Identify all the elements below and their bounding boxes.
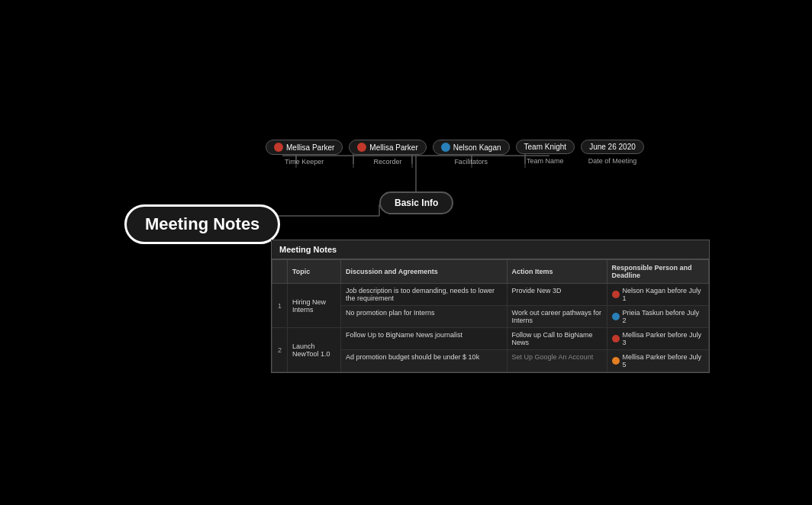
recorder-box: Mellisa Parker xyxy=(349,140,426,155)
timekeeper-name: Mellisa Parker xyxy=(286,143,334,152)
timekeeper-avatar xyxy=(274,143,283,152)
row-num-2: 2 xyxy=(272,328,288,372)
recorder-role: Recorder xyxy=(374,158,402,166)
info-node-facilitators: Nelson Kagan Facilitators xyxy=(433,140,510,166)
meeting-notes-text: Meeting Notes xyxy=(145,214,259,233)
topic-1: Hiring New Interns xyxy=(288,284,341,328)
col-header-responsible: Responsible Person and Deadline xyxy=(607,260,708,284)
person-dot-2b xyxy=(612,357,620,365)
responsible-1b: Prieia Taskun before July 2 xyxy=(607,306,708,328)
person-dot-1b xyxy=(612,313,620,320)
discussion-2a: Follow Up to BigName News journalist xyxy=(341,328,508,350)
date-value: June 26 2020 xyxy=(589,143,636,151)
responsible-2b: Mellisa Parker before July 5 xyxy=(607,350,708,372)
discussion-1a: Job description is too demanding, needs … xyxy=(341,284,508,306)
teamname-value: Team Knight xyxy=(524,143,567,151)
teamname-box: Team Knight xyxy=(516,140,575,154)
recorder-avatar xyxy=(357,143,366,152)
table-row: 1 Hiring New Interns Job description is … xyxy=(272,284,709,306)
timekeeper-box: Mellisa Parker xyxy=(266,140,343,155)
recorder-name: Mellisa Parker xyxy=(369,143,417,152)
discussion-2b: Ad promotion budget should be under $ 10… xyxy=(341,350,508,372)
action-1a: Provide New 3D xyxy=(507,284,607,306)
col-header-topic: Topic xyxy=(288,260,341,284)
table-title: Meeting Notes xyxy=(272,240,709,259)
meeting-notes-table-container: Meeting Notes Topic Discussion and Agree… xyxy=(271,240,710,373)
col-header-num xyxy=(272,260,288,284)
facilitators-box: Nelson Kagan xyxy=(433,140,510,155)
date-role: Date of Meeting xyxy=(588,157,637,165)
action-2a: Follow up Call to BigName News xyxy=(507,328,607,350)
facilitators-role: Facilitators xyxy=(454,158,488,166)
col-header-action: Action Items xyxy=(507,260,607,284)
discussion-1b: No promotion plan for Interns xyxy=(341,306,508,328)
table-row: 2 Launch NewTool 1.0 Follow Up to BigNam… xyxy=(272,328,709,350)
timekeeper-role: Time Keeper xyxy=(285,158,324,166)
info-node-date: June 26 2020 Date of Meeting xyxy=(581,140,644,166)
topic-2: Launch NewTool 1.0 xyxy=(288,328,341,372)
person-dot-2a xyxy=(612,335,620,343)
date-box: June 26 2020 xyxy=(581,140,644,154)
person-dot-1a xyxy=(612,291,620,298)
meeting-notes-label: Meeting Notes xyxy=(124,204,280,244)
col-header-discussion: Discussion and Agreements xyxy=(341,260,508,284)
table-header-row: Topic Discussion and Agreements Action I… xyxy=(272,260,709,284)
meeting-notes-table: Topic Discussion and Agreements Action I… xyxy=(272,259,709,372)
basic-info-label: Basic Info xyxy=(395,198,438,208)
facilitators-name: Nelson Kagan xyxy=(453,143,501,152)
responsible-2a: Mellisa Parker before July 3 xyxy=(607,328,708,350)
info-node-timekeeper: Mellisa Parker Time Keeper xyxy=(266,140,343,166)
action-1b: Work out career pathways for Interns xyxy=(507,306,607,328)
teamname-role: Team Name xyxy=(527,157,564,165)
action-2b: Set Up Google An Account xyxy=(507,350,607,372)
info-node-recorder: Mellisa Parker Recorder xyxy=(349,140,426,166)
row-num-1: 1 xyxy=(272,284,288,328)
info-node-teamname: Team Knight Team Name xyxy=(516,140,575,166)
facilitators-avatar xyxy=(441,143,450,152)
responsible-1a: Nelson Kagan before July 1 xyxy=(607,284,708,306)
basic-info-node: Basic Info xyxy=(379,191,453,214)
